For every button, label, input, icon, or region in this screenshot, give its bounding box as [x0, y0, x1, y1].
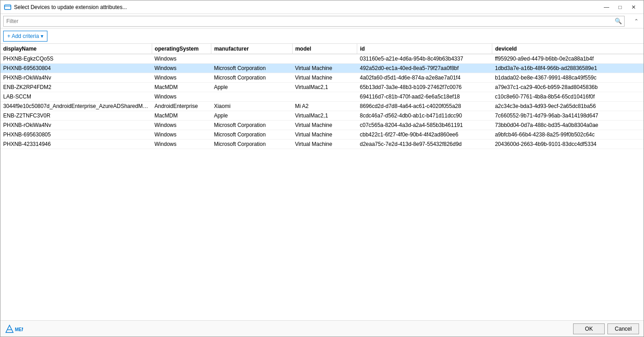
- cell-deviceid: 2043600d-2663-4b9b-9101-83dcc4df5334: [492, 140, 644, 149]
- cell-deviceid: ff959290-a9ed-4479-b6bb-0e2ca88a1b4f: [492, 54, 644, 64]
- title-bar-left: Select Devices to update extension attri…: [4, 4, 127, 11]
- cell-id: d2eaa75c-7e2d-413d-8e97-55432f826d9d: [357, 140, 492, 149]
- cell-operatingsystem: Windows: [152, 73, 211, 83]
- col-header-displayname[interactable]: displayName: [0, 44, 152, 54]
- cell-displayname: PHXNB-rOkiWa4Nv: [0, 121, 152, 130]
- add-criteria-label: + Add criteria: [7, 33, 39, 39]
- cell-id: 4a02fa60-d5d1-4d6e-874a-a2e8ae7a01f4: [357, 73, 492, 83]
- table-row[interactable]: PHXNB-rOkiWa4NvWindowsMicrosoft Corporat…: [0, 121, 644, 130]
- cell-manufacturer: Microsoft Corporation: [211, 121, 292, 130]
- devices-table: displayName operatingSystem manufacturer…: [0, 44, 644, 149]
- cell-model: Mi A2: [292, 102, 357, 111]
- table-row[interactable]: ENB-ZK2RP4FDM2MacMDMAppleVirtualMac2,165…: [0, 83, 644, 92]
- cancel-button[interactable]: Cancel: [607, 323, 639, 334]
- cell-id: 694116d7-c81b-470f-aad2-6e6a5c18ef18: [357, 92, 492, 102]
- cell-model: Virtual Machine: [292, 130, 357, 140]
- cell-displayname: ENB-Z2TNFC3V0R: [0, 111, 152, 121]
- cell-operatingsystem: Windows: [152, 64, 211, 73]
- cell-id: cbb422c1-6f27-4f0e-90b4-4f42ad860ee6: [357, 130, 492, 140]
- cell-operatingsystem: MacMDM: [152, 111, 211, 121]
- col-header-manufacturer[interactable]: manufacturer: [211, 44, 292, 54]
- cell-deviceid: c10c8e60-7761-4b8a-8b54-65cd10416f0f: [492, 92, 644, 102]
- table-row[interactable]: PHXNB-695630804WindowsMicrosoft Corporat…: [0, 64, 644, 73]
- cell-deviceid: b1dada02-be8e-4367-9991-488ca49f559c: [492, 73, 644, 83]
- minimize-button[interactable]: —: [600, 2, 613, 13]
- filter-expand-button[interactable]: ⌃: [632, 17, 641, 26]
- footer-logo: MEM: [5, 324, 23, 333]
- cell-displayname: PHXNB-695630805: [0, 130, 152, 140]
- cell-operatingsystem: MacMDM: [152, 83, 211, 92]
- table-header-row: displayName operatingSystem manufacturer…: [0, 44, 644, 54]
- cell-manufacturer: Microsoft Corporation: [211, 64, 292, 73]
- svg-marker-2: [6, 325, 13, 332]
- table-row[interactable]: ENB-Z2TNFC3V0RMacMDMAppleVirtualMac2,18c…: [0, 111, 644, 121]
- cell-id: 65b13dd7-3a3e-48b3-b109-27462f7c0076: [357, 83, 492, 92]
- table-row[interactable]: PHXNB-423314946WindowsMicrosoft Corporat…: [0, 140, 644, 149]
- cell-manufacturer: Xiaomi: [211, 102, 292, 111]
- cell-model: VirtualMac2,1: [292, 83, 357, 92]
- cell-manufacturer: [211, 54, 292, 64]
- ok-button[interactable]: OK: [573, 323, 605, 334]
- cell-manufacturer: Microsoft Corporation: [211, 130, 292, 140]
- mem-logo-icon: MEM: [5, 324, 23, 333]
- cell-id: 031160e5-a21e-4d6a-954b-8c49b63b4337: [357, 54, 492, 64]
- cell-operatingsystem: Windows: [152, 121, 211, 130]
- title-bar-controls: — □ ✕: [600, 2, 640, 13]
- search-icon: 🔍: [615, 18, 622, 24]
- col-header-id[interactable]: id: [357, 44, 492, 54]
- cell-displayname: PHXNB-EgkzCQo5S: [0, 54, 152, 64]
- cell-manufacturer: Microsoft Corporation: [211, 73, 292, 83]
- cell-deviceid: a9bfcb46-66b4-4238-8a25-99f0b502c64c: [492, 130, 644, 140]
- cell-operatingsystem: Windows: [152, 92, 211, 102]
- cell-model: Virtual Machine: [292, 64, 357, 73]
- col-header-model[interactable]: model: [292, 44, 357, 54]
- window-title: Select Devices to update extension attri…: [14, 4, 127, 10]
- cell-displayname: ENB-ZK2RP4FDM2: [0, 83, 152, 92]
- cell-deviceid: 1dbd3a7e-a16b-48f4-966b-ad28836589e1: [492, 64, 644, 73]
- cell-id: 8696cd2d-d7d8-4a64-ac61-c4020f055a28: [357, 102, 492, 111]
- table-row[interactable]: PHXNB-695630805WindowsMicrosoft Corporat…: [0, 130, 644, 140]
- cell-manufacturer: Apple: [211, 83, 292, 92]
- add-criteria-button[interactable]: + Add criteria ▾: [3, 31, 47, 42]
- cell-deviceid: 7c660552-9b71-4d79-96ab-3a414198d647: [492, 111, 644, 121]
- footer: MEM OK Cancel: [0, 320, 644, 337]
- cell-id: 8cdc46a7-d562-4db0-ab1c-b471d11dcc90: [357, 111, 492, 121]
- main-window: Select Devices to update extension attri…: [0, 0, 644, 337]
- table-row[interactable]: PHXNB-rOkiWa4NvWindowsMicrosoft Corporat…: [0, 73, 644, 83]
- svg-rect-0: [5, 5, 11, 9]
- table-row[interactable]: PHXNB-EgkzCQo5SWindows031160e5-a21e-4d6a…: [0, 54, 644, 64]
- table-container[interactable]: displayName operatingSystem manufacturer…: [0, 44, 644, 320]
- table-row[interactable]: 3044f9e10c50807d_AndroidEnterprise_Azure…: [0, 102, 644, 111]
- cell-id: c07c565a-8204-4a3d-a2a4-585b3b461191: [357, 121, 492, 130]
- cell-model: [292, 54, 357, 64]
- close-button[interactable]: ✕: [627, 2, 640, 13]
- dropdown-arrow-icon: ▾: [41, 33, 43, 39]
- cell-displayname: 3044f9e10c50807d_AndroidEnterprise_Azure…: [0, 102, 152, 111]
- cell-displayname: PHXNB-695630804: [0, 64, 152, 73]
- cell-model: Virtual Machine: [292, 73, 357, 83]
- filter-bar: 🔍 ⌃: [0, 14, 644, 28]
- cell-model: VirtualMac2,1: [292, 111, 357, 121]
- cell-manufacturer: Apple: [211, 111, 292, 121]
- col-header-deviceid[interactable]: deviceId: [492, 44, 644, 54]
- window-icon: [4, 4, 11, 11]
- table-row[interactable]: LAB-SCCMWindows694116d7-c81b-470f-aad2-6…: [0, 92, 644, 102]
- maximize-button[interactable]: □: [614, 2, 626, 13]
- cell-deviceid: a2c34c3e-bda3-4d93-9ecf-2a65dc81ba56: [492, 102, 644, 111]
- col-header-os[interactable]: operatingSystem: [152, 44, 211, 54]
- cell-operatingsystem: Windows: [152, 130, 211, 140]
- cell-manufacturer: [211, 92, 292, 102]
- cell-model: Virtual Machine: [292, 140, 357, 149]
- footer-buttons: OK Cancel: [573, 323, 639, 334]
- filter-input[interactable]: [3, 16, 625, 27]
- toolbar: + Add criteria ▾: [0, 28, 644, 44]
- cell-operatingsystem: Windows: [152, 140, 211, 149]
- cell-deviceid: a79e37c1-ca29-40c6-b959-28ad8045836b: [492, 83, 644, 92]
- svg-text:MEM: MEM: [15, 327, 23, 332]
- cell-manufacturer: Microsoft Corporation: [211, 140, 292, 149]
- cell-displayname: PHXNB-rOkiWa4Nv: [0, 73, 152, 83]
- cell-displayname: LAB-SCCM: [0, 92, 152, 102]
- cell-model: [292, 92, 357, 102]
- cell-deviceid: 73bb0d04-0d7a-488c-bd35-4a0b8304a0ae: [492, 121, 644, 130]
- cell-model: Virtual Machine: [292, 121, 357, 130]
